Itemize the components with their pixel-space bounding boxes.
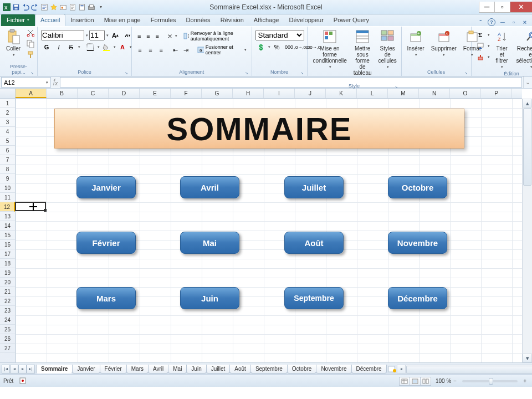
- indent-inc-icon[interactable]: ⇥: [181, 45, 191, 55]
- row-header-18[interactable]: 18: [0, 259, 15, 268]
- row-header-4[interactable]: 4: [0, 127, 15, 136]
- autosum-icon[interactable]: Σ: [475, 30, 486, 40]
- tab-power-query[interactable]: Power Query: [329, 14, 374, 26]
- col-header-G[interactable]: G: [202, 89, 233, 98]
- close-button[interactable]: ✕: [510, 2, 532, 13]
- new-sheet-icon[interactable]: [388, 365, 397, 373]
- active-cell[interactable]: [15, 202, 46, 211]
- month-button-décembre[interactable]: Décembre: [388, 287, 447, 309]
- month-button-juillet[interactable]: Juillet: [284, 176, 344, 198]
- percent-icon[interactable]: %: [272, 42, 283, 52]
- row-header-12[interactable]: 12: [0, 202, 15, 212]
- qat-icon[interactable]: [68, 3, 77, 12]
- row-header-17[interactable]: 17: [0, 249, 15, 259]
- sheet-tab-juillet[interactable]: Juillet: [206, 365, 231, 374]
- qat-icon[interactable]: [87, 3, 96, 12]
- paste-button[interactable]: Coller ▾: [3, 28, 23, 58]
- bold-button[interactable]: G: [41, 42, 52, 52]
- row-header-21[interactable]: 21: [0, 287, 15, 296]
- format-painter-icon[interactable]: [25, 50, 35, 60]
- shrink-font-icon[interactable]: A▾: [122, 30, 133, 40]
- sheet-tab-août[interactable]: Août: [229, 365, 251, 374]
- month-button-juin[interactable]: Juin: [180, 287, 239, 309]
- row-header-26[interactable]: 26: [0, 334, 15, 344]
- month-button-novembre[interactable]: Novembre: [388, 232, 447, 254]
- view-layout-icon[interactable]: [410, 377, 421, 386]
- row-header-2[interactable]: 2: [0, 108, 15, 117]
- month-button-mars[interactable]: Mars: [76, 287, 136, 309]
- month-button-octobre[interactable]: Octobre: [388, 176, 447, 198]
- insert-button[interactable]: +Insérer▾: [405, 28, 427, 58]
- undo-icon[interactable]: [21, 3, 30, 12]
- wrap-text-button[interactable]: Renvoyer à la ligne automatiquement: [182, 30, 248, 42]
- align-bottom-icon[interactable]: ≡: [154, 31, 161, 41]
- border-icon[interactable]: [85, 42, 96, 52]
- fx-icon[interactable]: fx: [53, 78, 58, 86]
- number-format-select[interactable]: Standard: [255, 30, 304, 40]
- tab-insertion[interactable]: Insertion: [65, 14, 99, 26]
- zoom-out-icon[interactable]: −: [451, 378, 459, 384]
- tab-affichage[interactable]: Affichage: [249, 14, 284, 26]
- tab-prev-icon[interactable]: ◂: [10, 365, 18, 374]
- align-middle-icon[interactable]: ≡: [144, 31, 152, 41]
- row-header-13[interactable]: 13: [0, 212, 15, 221]
- horizontal-scrollbar[interactable]: ◂ ▸: [397, 365, 532, 374]
- tab-next-icon[interactable]: ▸: [18, 365, 27, 374]
- name-box[interactable]: A12▾: [1, 77, 51, 88]
- row-header-23[interactable]: 23: [0, 306, 15, 315]
- month-button-février[interactable]: Février: [76, 232, 136, 254]
- row-header-11[interactable]: 11: [0, 193, 15, 202]
- formula-input[interactable]: [60, 77, 522, 88]
- sheet-tab-février[interactable]: Février: [100, 365, 127, 374]
- align-top-icon[interactable]: ≡: [135, 31, 143, 41]
- format-table-button[interactable]: Mettre sous forme de tableau▾: [351, 28, 374, 83]
- save-icon[interactable]: [12, 3, 21, 12]
- col-header-J[interactable]: J: [295, 89, 326, 98]
- sheet-tab-janvier[interactable]: Janvier: [72, 365, 100, 374]
- fill-icon[interactable]: [475, 41, 486, 51]
- minimize-ribbon-icon[interactable]: ˆ: [477, 18, 484, 26]
- col-header-K[interactable]: K: [326, 89, 357, 98]
- month-button-août[interactable]: Août: [284, 232, 344, 254]
- col-header-M[interactable]: M: [388, 89, 419, 98]
- merge-center-button[interactable]: aFusionner et centrer▾: [196, 44, 248, 56]
- col-header-I[interactable]: I: [264, 89, 295, 98]
- font-name-input[interactable]: [41, 30, 84, 40]
- find-select-button[interactable]: Rechercher et sélectionner▾: [514, 28, 532, 70]
- tab-revision[interactable]: Révision: [216, 14, 249, 26]
- macro-record-icon[interactable]: [19, 377, 27, 386]
- excel-icon[interactable]: X: [2, 3, 11, 12]
- col-header-H[interactable]: H: [233, 89, 264, 98]
- sheet-tab-septembre[interactable]: Septembre: [250, 365, 288, 374]
- cell-styles-button[interactable]: Styles de cellules▾: [376, 28, 399, 70]
- hscroll-thumb[interactable]: [406, 366, 532, 374]
- view-pagebreak-icon[interactable]: [420, 377, 431, 386]
- copy-icon[interactable]: [25, 39, 35, 49]
- qat-icon[interactable]: [78, 3, 86, 12]
- month-button-janvier[interactable]: Janvier: [76, 176, 136, 198]
- sheet-tab-mai[interactable]: Mai: [168, 365, 187, 374]
- row-header-27[interactable]: 27: [0, 344, 15, 353]
- font-size-input[interactable]: [89, 30, 105, 40]
- view-normal-icon[interactable]: [399, 377, 410, 386]
- row-header-20[interactable]: 20: [0, 278, 15, 287]
- clear-icon[interactable]: [475, 52, 486, 62]
- col-header-F[interactable]: F: [171, 89, 202, 98]
- col-header-B[interactable]: B: [47, 89, 78, 98]
- row-header-25[interactable]: 25: [0, 325, 15, 334]
- tab-mise-en-page[interactable]: Mise en page: [99, 14, 146, 26]
- align-center-icon[interactable]: ≡: [146, 45, 155, 55]
- help-icon[interactable]: ?: [488, 18, 495, 26]
- sheet-tab-octobre[interactable]: Octobre: [287, 365, 317, 374]
- row-header-5[interactable]: 5: [0, 136, 15, 146]
- delete-button[interactable]: ×Supprimer▾: [429, 28, 459, 58]
- expand-formula-icon[interactable]: ⌄: [523, 76, 532, 88]
- row-header-10[interactable]: 10: [0, 183, 15, 193]
- sommaire-title-shape[interactable]: SOMMAIRE: [54, 109, 464, 149]
- month-button-mai[interactable]: Mai: [180, 232, 239, 254]
- currency-icon[interactable]: 💲: [255, 42, 267, 52]
- underline-button[interactable]: S: [65, 42, 76, 52]
- cut-icon[interactable]: [25, 28, 35, 38]
- maximize-button[interactable]: ▫: [494, 2, 510, 13]
- row-header-22[interactable]: 22: [0, 296, 15, 306]
